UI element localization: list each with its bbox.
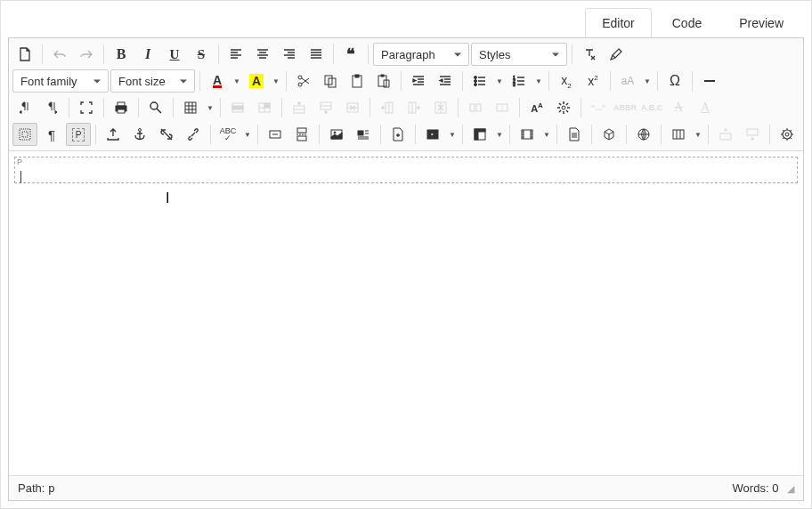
- table-dropdown[interactable]: ▼: [205, 104, 215, 112]
- anchor-button[interactable]: [127, 123, 152, 146]
- visual-blocks-button[interactable]: [12, 123, 37, 146]
- document-props-button[interactable]: [562, 123, 587, 146]
- show-invisibles-button[interactable]: ¶: [39, 123, 64, 146]
- text-color-button[interactable]: A: [205, 69, 230, 93]
- spellcheck-button[interactable]: ABC✓: [215, 123, 240, 146]
- word-count[interactable]: Words: 0 ◢: [733, 481, 794, 495]
- number-list-button[interactable]: 123: [507, 69, 532, 93]
- row-before-button[interactable]: [287, 96, 312, 119]
- media-button[interactable]: [420, 123, 445, 146]
- svg-point-9: [475, 80, 477, 83]
- template-button[interactable]: [467, 123, 492, 146]
- change-case-button[interactable]: aA: [615, 69, 640, 93]
- globe-button[interactable]: [631, 123, 656, 146]
- special-char-button[interactable]: Ω: [662, 69, 687, 93]
- copy-button[interactable]: [318, 69, 343, 93]
- font-family-select[interactable]: Font family: [12, 69, 109, 93]
- image-align-button[interactable]: [351, 123, 376, 146]
- search-button[interactable]: [143, 96, 168, 119]
- align-right-button[interactable]: [277, 43, 302, 66]
- link-button[interactable]: [181, 123, 206, 146]
- styles-select[interactable]: Styles: [471, 43, 567, 66]
- rtl-button[interactable]: [39, 96, 64, 119]
- delete-row-button[interactable]: [340, 96, 365, 119]
- insert-file-button[interactable]: [386, 123, 410, 146]
- clear-formatting-button[interactable]: [577, 43, 602, 66]
- spellcheck-dropdown[interactable]: ▼: [242, 131, 253, 139]
- paste-text-button[interactable]: [371, 69, 396, 93]
- typography-button[interactable]: AA: [524, 96, 549, 119]
- ai-button[interactable]: [775, 123, 800, 146]
- resize-handle-icon[interactable]: ◢: [787, 483, 794, 494]
- new-document-button[interactable]: [12, 43, 37, 66]
- paste-button[interactable]: [345, 69, 369, 93]
- path-display[interactable]: Path: p: [18, 481, 55, 495]
- cleanup-button[interactable]: [604, 43, 629, 66]
- media-dropdown[interactable]: ▼: [447, 131, 458, 139]
- redo-button[interactable]: [74, 43, 99, 66]
- abbr-button[interactable]: ABBR: [613, 96, 637, 119]
- editor-canvas[interactable]: P: [9, 151, 803, 475]
- tab-preview[interactable]: Preview: [722, 8, 800, 37]
- subscript-button[interactable]: x2: [554, 69, 579, 93]
- acronym-button[interactable]: A.B.C: [639, 96, 664, 119]
- outdent-button[interactable]: [433, 69, 458, 93]
- split-cells-button[interactable]: [463, 96, 488, 119]
- underline-button[interactable]: U: [162, 43, 187, 66]
- quotation-button[interactable]: “...”: [586, 96, 611, 119]
- ltr-button[interactable]: [12, 96, 37, 119]
- table-cell-props-button[interactable]: [252, 96, 277, 119]
- delete-col-button[interactable]: [428, 96, 453, 119]
- ins-text-button[interactable]: A: [693, 96, 718, 119]
- align-center-button[interactable]: [250, 43, 275, 66]
- bullet-list-button[interactable]: [467, 69, 492, 93]
- number-list-dropdown[interactable]: ▼: [533, 77, 544, 85]
- change-case-dropdown[interactable]: ▼: [642, 77, 653, 85]
- del-text-button[interactable]: A: [666, 96, 691, 119]
- tab-editor[interactable]: Editor: [585, 8, 652, 37]
- font-size-select[interactable]: Font size: [110, 69, 195, 93]
- align-left-button[interactable]: [223, 43, 248, 66]
- format-select[interactable]: Paragraph: [373, 43, 469, 66]
- tab-code[interactable]: Code: [655, 8, 719, 37]
- paragraph-block[interactable]: P: [14, 157, 798, 183]
- col-after-button[interactable]: [402, 96, 426, 119]
- bullet-list-dropdown[interactable]: ▼: [494, 77, 505, 85]
- image-button[interactable]: [324, 123, 349, 146]
- columns-dropdown[interactable]: ▼: [693, 131, 703, 139]
- template-dropdown[interactable]: ▼: [494, 131, 505, 139]
- bg-color-button[interactable]: A: [244, 69, 269, 93]
- nonbreaking-button[interactable]: [263, 123, 288, 146]
- merge-cells-button[interactable]: [490, 96, 515, 119]
- align-justify-button[interactable]: [304, 43, 329, 66]
- upload-button[interactable]: [101, 123, 126, 146]
- cut-button[interactable]: [291, 69, 316, 93]
- bg-color-dropdown[interactable]: ▼: [271, 77, 281, 85]
- italic-button[interactable]: I: [135, 43, 160, 66]
- print-button[interactable]: [109, 96, 134, 119]
- col-before-button[interactable]: [375, 96, 400, 119]
- text-color-dropdown[interactable]: ▼: [231, 77, 242, 85]
- row-after-button[interactable]: [313, 96, 338, 119]
- table-button[interactable]: [178, 96, 203, 119]
- insert-after-button[interactable]: [740, 123, 765, 146]
- print-icon: [114, 101, 128, 115]
- film-dropdown[interactable]: ▼: [541, 131, 552, 139]
- bold-button[interactable]: B: [109, 43, 134, 66]
- undo-button[interactable]: [47, 43, 72, 66]
- preview-button[interactable]: P: [66, 123, 91, 146]
- pagebreak-button[interactable]: [289, 123, 314, 146]
- horizontal-rule-button[interactable]: [697, 69, 722, 93]
- unlink-button[interactable]: [154, 123, 179, 146]
- superscript-button[interactable]: x2: [581, 69, 605, 93]
- cube-button[interactable]: [597, 123, 621, 146]
- indent-button[interactable]: [406, 69, 431, 93]
- insert-before-button[interactable]: [713, 123, 738, 146]
- fullscreen-button[interactable]: [74, 96, 99, 119]
- table-row-props-button[interactable]: [225, 96, 250, 119]
- strikethrough-button[interactable]: S: [189, 43, 214, 66]
- settings-button[interactable]: [551, 96, 576, 119]
- columns-button[interactable]: [666, 123, 691, 146]
- film-button[interactable]: [515, 123, 540, 146]
- blockquote-button[interactable]: ❝: [338, 43, 363, 66]
